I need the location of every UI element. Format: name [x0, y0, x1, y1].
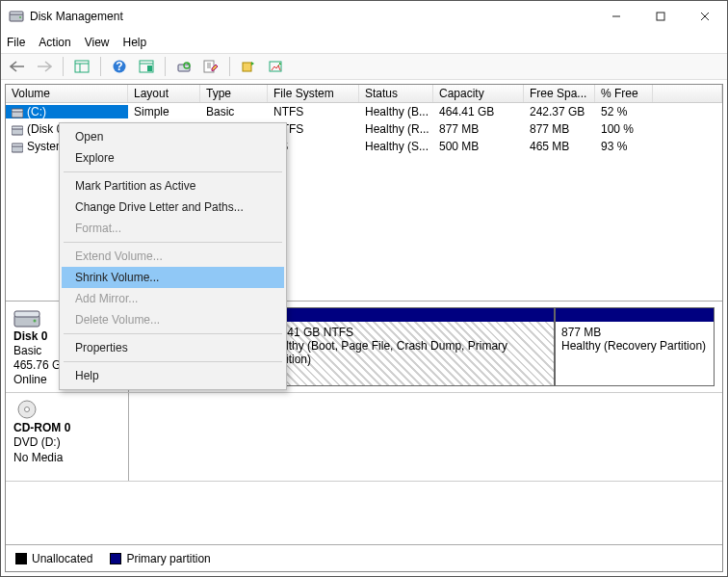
- svg-rect-18: [243, 63, 251, 71]
- legend-primary: Primary partition: [110, 552, 210, 565]
- toolbar: ?: [1, 53, 727, 80]
- window-title: Disk Management: [30, 10, 123, 23]
- action2-button[interactable]: [265, 56, 286, 77]
- disk-header[interactable]: CD-ROM 0DVD (D:)No Media: [6, 393, 129, 481]
- menu-help[interactable]: Help: [123, 36, 147, 49]
- ctx-format[interactable]: Format...: [62, 218, 284, 239]
- ctx-change-drive-letter[interactable]: Change Drive Letter and Paths...: [62, 197, 284, 218]
- svg-rect-27: [14, 311, 39, 317]
- col-pctfree[interactable]: % Free: [595, 85, 653, 102]
- disk-name: CD-ROM 0: [13, 421, 120, 434]
- col-capacity[interactable]: Capacity: [433, 85, 524, 102]
- menu-action[interactable]: Action: [39, 36, 70, 49]
- svg-point-28: [34, 320, 37, 323]
- minimize-button[interactable]: [594, 2, 638, 31]
- svg-rect-25: [12, 144, 23, 146]
- legend-unallocated: Unallocated: [15, 552, 92, 565]
- svg-point-30: [25, 407, 30, 412]
- partition[interactable]: 877 MBHealthy (Recovery Partition): [555, 307, 715, 386]
- close-button[interactable]: [683, 2, 727, 31]
- rescan-button[interactable]: [200, 56, 221, 77]
- svg-rect-1: [10, 12, 23, 14]
- context-menu: Open Explore Mark Partition as Active Ch…: [59, 122, 287, 390]
- ctx-explore[interactable]: Explore: [62, 147, 284, 169]
- menu-view[interactable]: View: [85, 36, 110, 49]
- col-type[interactable]: Type: [200, 85, 268, 102]
- ctx-open[interactable]: Open: [62, 126, 284, 147]
- col-filesystem[interactable]: File System: [268, 85, 359, 102]
- action1-button[interactable]: [238, 56, 259, 77]
- disk-partitions: [129, 393, 722, 481]
- menubar: File Action View Help: [1, 32, 727, 53]
- disk-sub1: DVD (D:): [13, 435, 120, 449]
- table-row[interactable]: (C:)SimpleBasicNTFSHealthy (B...464.41 G…: [6, 103, 722, 120]
- svg-point-2: [19, 16, 21, 18]
- maximize-button[interactable]: [638, 2, 683, 31]
- refresh-button[interactable]: [173, 56, 195, 77]
- ctx-mark-active[interactable]: Mark Partition as Active: [62, 175, 284, 197]
- titlebar: Disk Management: [1, 1, 727, 32]
- settings-button[interactable]: [136, 56, 157, 77]
- disk-sub3: No Media: [13, 451, 120, 464]
- svg-rect-14: [147, 66, 152, 71]
- back-button[interactable]: [7, 56, 28, 77]
- disk-management-window: Disk Management File Action View Help ? …: [0, 0, 728, 577]
- svg-rect-21: [12, 109, 23, 112]
- forward-button[interactable]: [34, 56, 55, 77]
- column-headers: Volume Layout Type File System Status Ca…: [6, 85, 722, 103]
- menu-file[interactable]: File: [7, 36, 25, 49]
- svg-rect-7: [75, 61, 89, 72]
- partition[interactable]: 464.41 GB NTFSHealthy (Boot, Page File, …: [258, 307, 555, 386]
- ctx-extend-volume[interactable]: Extend Volume...: [62, 246, 284, 267]
- col-status[interactable]: Status: [359, 85, 433, 102]
- ctx-properties[interactable]: Properties: [62, 337, 284, 358]
- ctx-help[interactable]: Help: [62, 365, 284, 386]
- show-hide-tree-button[interactable]: [71, 56, 92, 77]
- help-button[interactable]: ?: [109, 56, 130, 77]
- svg-rect-4: [657, 13, 664, 20]
- ctx-delete-volume[interactable]: Delete Volume...: [62, 309, 284, 330]
- svg-rect-23: [12, 126, 23, 129]
- ctx-add-mirror[interactable]: Add Mirror...: [62, 288, 284, 309]
- ctx-shrink-volume[interactable]: Shrink Volume...: [62, 267, 284, 288]
- svg-text:?: ?: [116, 60, 122, 73]
- disk-row: CD-ROM 0DVD (D:)No Media: [6, 393, 722, 482]
- col-volume[interactable]: Volume: [6, 85, 128, 102]
- col-freespace[interactable]: Free Spa...: [524, 85, 595, 102]
- legend: Unallocated Primary partition: [6, 544, 722, 571]
- col-layout[interactable]: Layout: [128, 85, 200, 102]
- app-icon: [9, 9, 24, 24]
- col-spacer: [653, 85, 722, 102]
